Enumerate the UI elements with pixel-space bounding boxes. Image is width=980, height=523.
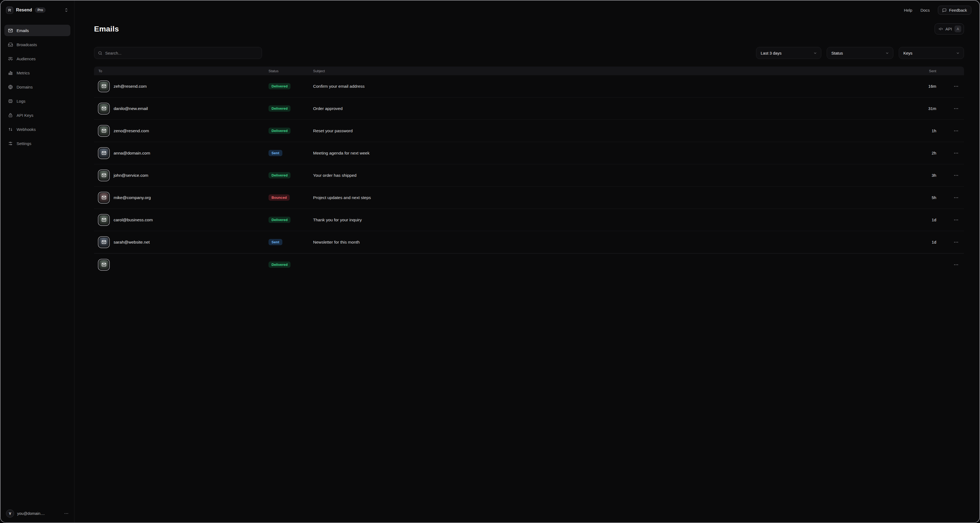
table-header: To Status Subject Sent — [94, 67, 490, 75]
email-tile — [99, 214, 109, 225]
table-row[interactable]: sarah@website.net Sent Newsletter for th… — [94, 231, 490, 254]
chevrons-up-down-icon[interactable] — [64, 8, 69, 13]
search-icon — [98, 51, 102, 55]
filters-row: Last 3 days Status Keys — [94, 47, 490, 59]
sidebar-item-audiences[interactable]: Audiences — [4, 53, 70, 64]
sidebar-item-label: Webhooks — [17, 127, 36, 132]
sidebar-item-label: Broadcasts — [17, 42, 37, 47]
email-subject: Thank you for your inquiry — [313, 217, 490, 222]
main-content: Help Docs Feedback Emails API A Last 3 d… — [75, 0, 490, 262]
envelope-icon — [101, 151, 107, 155]
sidebar-item-webhooks[interactable]: Webhooks — [4, 124, 70, 135]
sidebar-item-label: Logs — [17, 99, 25, 103]
page-title: Emails — [94, 25, 119, 33]
sidebar-item-label: Metrics — [17, 71, 30, 75]
plan-badge: Pro — [35, 7, 46, 13]
recipient-email: john@service.com — [114, 173, 269, 178]
email-tile — [99, 148, 109, 158]
sidebar-item-broadcasts[interactable]: Broadcasts — [4, 39, 70, 50]
sidebar-item-label: Audiences — [17, 57, 36, 61]
search-input[interactable] — [105, 51, 246, 55]
envelope-icon — [8, 28, 13, 33]
status-badge: Delivered — [269, 105, 291, 112]
lock-icon — [8, 113, 13, 118]
table-row[interactable]: Delivered — [94, 254, 490, 262]
email-tile — [99, 259, 109, 262]
status-badge: Bounced — [269, 195, 290, 201]
email-subject: Confirm your email address — [313, 84, 490, 89]
email-subject: Meeting agenda for next week — [313, 151, 490, 155]
table-row[interactable]: john@service.com Delivered Your order ha… — [94, 164, 490, 187]
column-header-to: To — [99, 69, 269, 73]
email-tile — [99, 125, 109, 136]
sidebar-item-label: Settings — [17, 141, 31, 146]
arrows-up-down-icon — [8, 127, 13, 132]
email-tile — [99, 192, 109, 203]
recipient-email: sarah@website.net — [114, 240, 269, 245]
status-badge: Delivered — [269, 172, 291, 178]
resend-logo-icon: R — [6, 6, 13, 14]
recipient-email: carol@business.com — [114, 217, 269, 222]
table-body: zeh@resend.com Delivered Confirm your em… — [94, 75, 490, 262]
column-header-status: Status — [269, 69, 313, 73]
status-badge: Delivered — [269, 128, 291, 134]
sidebar-nav: Emails Broadcasts Audiences Metrics Doma… — [4, 25, 70, 149]
bar-chart-icon — [8, 70, 13, 76]
sidebar-item-metrics[interactable]: Metrics — [4, 67, 70, 78]
workspace-switcher[interactable]: R Resend Pro — [4, 6, 70, 14]
envelope-icon — [101, 106, 107, 111]
envelope-icon — [101, 195, 107, 200]
envelope-icon — [101, 84, 107, 89]
users-icon — [8, 56, 13, 61]
sidebar-item-api-keys[interactable]: API Keys — [4, 109, 70, 121]
search-box — [94, 47, 262, 59]
recipient-email: mike@company.org — [114, 195, 269, 200]
sidebar-item-settings[interactable]: Settings — [4, 138, 70, 149]
table-row[interactable]: carol@business.com Delivered Thank you f… — [94, 209, 490, 231]
envelope-icon — [101, 128, 107, 133]
sidebar-item-label: Emails — [17, 28, 29, 33]
emails-table: To Status Subject Sent zeh@resend.com De… — [94, 67, 490, 262]
sidebar: R Resend Pro Emails Broadcasts Audiences… — [0, 0, 75, 262]
table-row[interactable]: anna@domain.com Sent Meeting agenda for … — [94, 142, 490, 164]
email-tile — [99, 81, 109, 92]
email-subject: Your order has shipped — [313, 173, 490, 178]
recipient-email: zeno@resend.com — [114, 128, 269, 133]
table-row[interactable]: zeh@resend.com Delivered Confirm your em… — [94, 75, 490, 97]
status-badge: Sent — [269, 150, 282, 156]
sidebar-item-domains[interactable]: Domains — [4, 81, 70, 93]
status-badge: Delivered — [269, 217, 291, 223]
sliders-icon — [8, 141, 13, 146]
email-tile — [99, 170, 109, 181]
sidebar-item-emails[interactable]: Emails — [4, 25, 70, 36]
email-subject: Project updates and next steps — [313, 195, 490, 200]
email-subject: Order approved — [313, 106, 490, 111]
globe-icon — [8, 84, 13, 90]
email-tile — [99, 237, 109, 248]
column-header-subject: Subject — [313, 69, 490, 73]
email-tile — [99, 103, 109, 114]
sidebar-item-label: API Keys — [17, 113, 33, 117]
table-row[interactable]: mike@company.org Bounced Project updates… — [94, 187, 490, 209]
sidebar-item-logs[interactable]: Logs — [4, 95, 70, 107]
sidebar-item-label: Domains — [17, 85, 33, 89]
inbox-icon — [8, 42, 13, 47]
app-window: R Resend Pro Emails Broadcasts Audiences… — [0, 0, 490, 262]
rows-icon — [8, 98, 13, 104]
status-badge: Sent — [269, 239, 282, 245]
envelope-icon — [101, 217, 107, 222]
envelope-icon — [101, 173, 107, 178]
recipient-email: zeh@resend.com — [114, 84, 269, 89]
recipient-email: danilo@new.email — [114, 106, 269, 111]
email-subject: Newsletter for this month — [313, 240, 490, 245]
table-row[interactable]: danilo@new.email Delivered Order approve… — [94, 97, 490, 120]
status-badge: Delivered — [269, 83, 291, 89]
table-row[interactable]: zeno@resend.com Delivered Reset your pas… — [94, 120, 490, 142]
brand-name: Resend — [16, 8, 32, 13]
email-subject: Reset your password — [313, 128, 490, 133]
envelope-icon — [101, 239, 107, 245]
title-row: Emails API A — [94, 23, 490, 35]
recipient-email: anna@domain.com — [114, 151, 269, 155]
